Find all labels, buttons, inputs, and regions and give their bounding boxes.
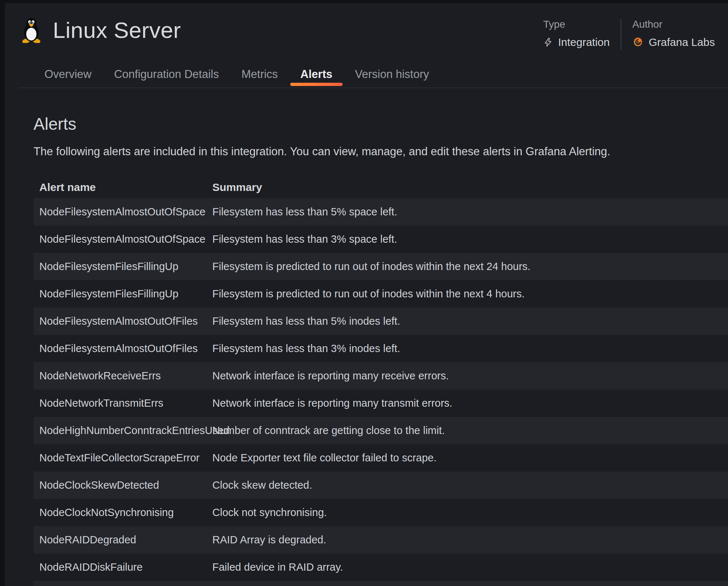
- tab-alerts[interactable]: Alerts: [289, 61, 344, 87]
- table-row: NodeClockNotSynchronising Clock not sync…: [34, 499, 728, 526]
- alert-name-cell: NodeFilesystemAlmostOutOfSpace: [34, 233, 212, 245]
- table-body: NodeFilesystemAlmostOutOfSpace Filesyste…: [34, 198, 728, 586]
- tab-overview[interactable]: Overview: [33, 61, 103, 87]
- alert-summary-cell: Network interface is reporting many rece…: [212, 370, 728, 382]
- meta-divider: [621, 19, 621, 50]
- type-label: Type: [543, 19, 610, 30]
- alert-summary-cell: Node Exporter text file collector failed…: [212, 452, 728, 464]
- column-header-alert-name: Alert name: [34, 181, 212, 194]
- table-row: NodeHighNumberConntrackEntriesUsed Numbe…: [34, 417, 728, 444]
- author-label: Author: [632, 19, 715, 30]
- alert-summary-cell: Number of conntrack are getting close to…: [212, 425, 728, 437]
- alert-name-cell: NodeFilesystemAlmostOutOfFiles: [34, 343, 212, 355]
- table-row: NodeNetworkReceiveErrs Network interface…: [34, 362, 728, 390]
- type-block: Type Integration: [543, 19, 610, 49]
- alert-name-cell: NodeNetworkTransmitErrs: [34, 397, 212, 409]
- alert-name-cell: NodeNetworkReceiveErrs: [34, 370, 212, 382]
- section-description: The following alerts are included in thi…: [34, 144, 728, 159]
- table-row: NodeFilesystemAlmostOutOfFiles Filesyste…: [34, 308, 728, 335]
- alert-name-cell: NodeClockSkewDetected: [34, 479, 212, 491]
- alert-summary-cell: Filesystem has less than 5% inodes left.: [212, 315, 728, 327]
- table-row: NodeFilesystemAlmostOutOfFiles Filesyste…: [34, 335, 728, 362]
- lightning-bolt-icon: [543, 37, 553, 47]
- alert-summary-cell: Filesystem has less than 5% space left.: [212, 206, 728, 218]
- table-row: NodeFilesystemFilesFillingUp Filesystem …: [34, 280, 728, 308]
- alerts-table: Alert name Summary NodeFilesystemAlmostO…: [34, 176, 728, 586]
- author-block: Author: [632, 19, 715, 49]
- tab-configuration-details[interactable]: Configuration Details: [103, 61, 230, 87]
- alert-name-cell: NodeRAIDDegraded: [34, 534, 212, 546]
- meta-info: Type Integration Author: [543, 17, 715, 50]
- table-row-partial: [34, 581, 728, 586]
- alert-summary-cell: Filesystem is predicted to run out of in…: [212, 261, 728, 273]
- alert-summary-cell: Failed device in RAID array.: [212, 561, 728, 573]
- table-header-row: Alert name Summary: [34, 176, 728, 198]
- alert-summary-cell: Filesystem has less than 3% space left.: [212, 233, 728, 245]
- alert-summary-cell: Clock not synchronising.: [212, 507, 728, 519]
- table-row: NodeClockSkewDetected Clock skew detecte…: [34, 472, 728, 499]
- table-row: NodeTextFileCollectorScrapeError Node Ex…: [34, 444, 728, 472]
- table-row: NodeRAIDDiskFailure Failed device in RAI…: [34, 554, 728, 581]
- alert-summary-cell: Filesystem has less than 3% inodes left.: [212, 343, 728, 355]
- tab-content: Alerts The following alerts are included…: [5, 114, 728, 586]
- alert-name-cell: NodeClockNotSynchronising: [34, 507, 212, 519]
- alert-name-cell: NodeTextFileCollectorScrapeError: [34, 452, 212, 464]
- table-row: NodeRAIDDegraded RAID Array is degraded.: [34, 526, 728, 554]
- grafana-logo: [632, 36, 644, 48]
- alert-name-cell: NodeFilesystemAlmostOutOfSpace: [34, 206, 212, 218]
- column-header-summary: Summary: [212, 181, 728, 194]
- alert-name-cell: NodeFilesystemAlmostOutOfFiles: [34, 315, 212, 327]
- alert-summary-cell: Network interface is reporting many tran…: [212, 397, 728, 409]
- alert-name-cell: NodeFilesystemFilesFillingUp: [34, 261, 212, 273]
- alert-summary-cell: Clock skew detected.: [212, 479, 728, 491]
- author-value: Grafana Labs: [632, 36, 715, 49]
- alert-summary-cell: Filesystem is predicted to run out of in…: [212, 288, 728, 300]
- tab-version-history[interactable]: Version history: [344, 61, 440, 87]
- table-row: NodeFilesystemAlmostOutOfSpace Filesyste…: [34, 198, 728, 226]
- integration-page-panel: Linux Server Type Integration Author: [5, 3, 728, 586]
- table-row: NodeFilesystemFilesFillingUp Filesystem …: [34, 253, 728, 280]
- tab-metrics[interactable]: Metrics: [230, 61, 289, 87]
- alert-name-cell: NodeFilesystemFilesFillingUp: [34, 288, 212, 300]
- section-heading: Alerts: [34, 114, 728, 133]
- alert-name-cell: NodeRAIDDiskFailure: [34, 561, 212, 573]
- table-row: NodeFilesystemAlmostOutOfSpace Filesyste…: [34, 226, 728, 253]
- type-value-text: Integration: [558, 36, 610, 49]
- page-title: Linux Server: [53, 17, 181, 43]
- table-row: NodeNetworkTransmitErrs Network interfac…: [34, 390, 728, 417]
- alert-summary-cell: RAID Array is degraded.: [212, 534, 728, 546]
- tab-bar: Overview Configuration Details Metrics A…: [19, 61, 728, 88]
- alert-name-cell: NodeHighNumberConntrackEntriesUsed: [34, 425, 212, 437]
- page-header: Linux Server Type Integration Author: [5, 3, 728, 43]
- tux-penguin-logo: [21, 17, 42, 43]
- author-value-text: Grafana Labs: [649, 36, 715, 49]
- type-value: Integration: [543, 36, 610, 49]
